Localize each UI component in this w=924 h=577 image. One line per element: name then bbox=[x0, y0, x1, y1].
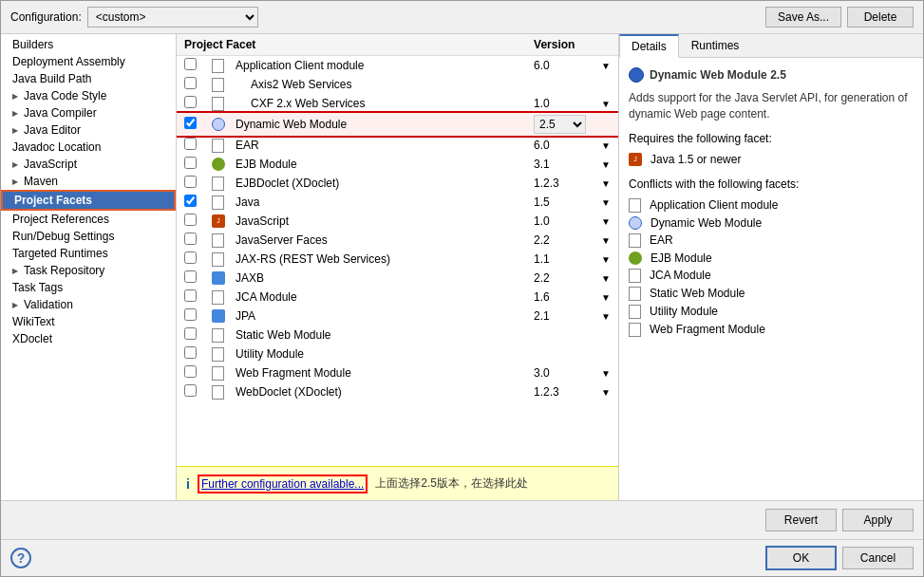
config-select[interactable]: <custom> bbox=[87, 7, 258, 28]
sidebar-item-run/debug-settings[interactable]: Run/Debug Settings bbox=[1, 228, 176, 245]
version-dropdown-button[interactable]: ▼ bbox=[601, 140, 611, 151]
page-icon bbox=[629, 198, 641, 213]
conflict-item: Utility Module bbox=[629, 303, 914, 321]
facet-checkbox[interactable] bbox=[184, 384, 197, 397]
detail-title: Dynamic Web Module 2.5 bbox=[629, 67, 914, 83]
sidebar-item-deployment-assembly[interactable]: Deployment Assembly bbox=[1, 53, 176, 70]
facet-checkbox[interactable] bbox=[184, 157, 197, 169]
jpa-icon bbox=[212, 309, 225, 323]
sidebar-item-task-tags[interactable]: Task Tags bbox=[1, 279, 176, 296]
facet-checkbox[interactable] bbox=[184, 346, 197, 359]
version-dropdown-button[interactable]: ▼ bbox=[601, 178, 611, 189]
version-dropdown-button[interactable]: ▼ bbox=[601, 311, 611, 322]
sidebar-item-project-facets[interactable]: Project Facets bbox=[1, 190, 176, 211]
right-content: Dynamic Web Module 2.5 Adds support for … bbox=[619, 58, 923, 500]
sidebar-item-javascript[interactable]: JavaScript bbox=[1, 156, 176, 173]
col-version: Version bbox=[526, 34, 594, 56]
page-icon bbox=[212, 59, 224, 73]
facet-checkbox[interactable] bbox=[184, 327, 197, 340]
sidebar-item-java-compiler[interactable]: Java Compiler bbox=[1, 104, 176, 121]
version-text: 3.0 bbox=[534, 366, 550, 380]
version-text: 6.0 bbox=[534, 139, 550, 152]
delete-button[interactable]: Delete bbox=[847, 7, 914, 28]
sidebar-item-xdoclet[interactable]: XDoclet bbox=[1, 330, 176, 347]
facet-checkbox[interactable] bbox=[184, 289, 197, 302]
facet-checkbox[interactable] bbox=[184, 308, 197, 321]
help-button[interactable]: ? bbox=[10, 548, 31, 568]
facet-checkbox[interactable] bbox=[184, 214, 197, 226]
sidebar-item-java-editor[interactable]: Java Editor bbox=[1, 121, 176, 139]
tab-runtimes[interactable]: Runtimes bbox=[679, 34, 752, 57]
version-dropdown-button[interactable]: ▼ bbox=[601, 159, 611, 170]
page-icon bbox=[629, 323, 641, 337]
facet-checkbox[interactable] bbox=[184, 96, 197, 108]
sidebar-item-java-code-style[interactable]: Java Code Style bbox=[1, 87, 176, 104]
sidebar-item-javadoc-location[interactable]: Javadoc Location bbox=[1, 139, 176, 156]
apply-button[interactable]: Apply bbox=[842, 509, 914, 531]
facet-checkbox[interactable] bbox=[184, 251, 197, 264]
page-icon bbox=[212, 139, 224, 153]
sidebar-item-java-build-path[interactable]: Java Build Path bbox=[1, 70, 176, 87]
spring-icon bbox=[212, 158, 225, 171]
version-dropdown-button[interactable]: ▼ bbox=[601, 254, 611, 265]
page-icon bbox=[212, 97, 224, 111]
revert-button[interactable]: Revert bbox=[765, 509, 837, 531]
facet-label: JPA bbox=[236, 309, 255, 323]
facet-checkbox[interactable] bbox=[184, 117, 197, 129]
sidebar-item-maven[interactable]: Maven bbox=[1, 173, 176, 190]
detail-icon bbox=[629, 67, 644, 83]
detail-description: Adds support for the Java Servlet API, f… bbox=[629, 90, 914, 122]
version-dropdown-button[interactable]: ▼ bbox=[601, 235, 611, 246]
version-dropdown-button[interactable]: ▼ bbox=[601, 99, 611, 109]
java-icon: J bbox=[212, 214, 225, 228]
table-row: Application Client module6.0▼ bbox=[177, 56, 618, 76]
version-dropdown-button[interactable]: ▼ bbox=[601, 387, 611, 398]
sidebar-item-targeted-runtimes[interactable]: Targeted Runtimes bbox=[1, 245, 176, 262]
info-message: 上面选择2.5版本，在选择此处 bbox=[375, 475, 528, 492]
version-select[interactable]: 2.5 bbox=[534, 115, 586, 134]
info-icon: i bbox=[186, 476, 190, 492]
table-row: Web Fragment Module3.0▼ bbox=[177, 363, 618, 382]
facets-table: Project Facet Version Application Client… bbox=[177, 34, 618, 466]
ok-button[interactable]: OK bbox=[765, 546, 837, 570]
tab-details[interactable]: Details bbox=[619, 34, 679, 58]
save-as-button[interactable]: Save As... bbox=[765, 7, 841, 28]
facet-label: JAX-RS (REST Web Services) bbox=[236, 252, 390, 266]
further-config-link[interactable]: Further configuration available... bbox=[198, 475, 368, 493]
version-dropdown-button[interactable]: ▼ bbox=[601, 368, 611, 379]
conflict-item-label: EAR bbox=[650, 233, 673, 247]
version-dropdown-button[interactable]: ▼ bbox=[601, 61, 611, 71]
main-area: BuildersDeployment AssemblyJava Build Pa… bbox=[1, 34, 923, 500]
facet-checkbox[interactable] bbox=[184, 77, 197, 89]
sidebar-item-task-repository[interactable]: Task Repository bbox=[1, 262, 176, 279]
facet-label: Axis2 Web Services bbox=[251, 78, 351, 91]
version-dropdown-button[interactable]: ▼ bbox=[601, 273, 611, 284]
conflict-item-label: JCA Module bbox=[650, 269, 711, 282]
sidebar-item-builders[interactable]: Builders bbox=[1, 36, 176, 53]
sidebar-item-validation[interactable]: Validation bbox=[1, 296, 176, 313]
facet-checkbox[interactable] bbox=[184, 270, 197, 283]
sidebar-item-project-references[interactable]: Project References bbox=[1, 211, 176, 228]
facet-checkbox[interactable] bbox=[184, 365, 197, 378]
facet-label: CXF 2.x Web Services bbox=[251, 97, 365, 110]
version-text: 2.2 bbox=[534, 271, 550, 285]
version-dropdown-button[interactable]: ▼ bbox=[601, 197, 611, 208]
facet-checkbox[interactable] bbox=[184, 195, 197, 207]
page-icon bbox=[212, 78, 224, 92]
spring-icon bbox=[629, 251, 642, 265]
table-row: Axis2 Web Services bbox=[177, 75, 618, 94]
facet-checkbox[interactable] bbox=[184, 233, 197, 245]
version-dropdown-button[interactable]: ▼ bbox=[601, 216, 611, 227]
facet-label: Static Web Module bbox=[236, 328, 331, 342]
version-dropdown-button[interactable]: ▼ bbox=[601, 292, 611, 303]
facet-checkbox[interactable] bbox=[184, 176, 197, 188]
cancel-button[interactable]: Cancel bbox=[842, 547, 914, 569]
page-icon bbox=[212, 347, 224, 362]
facet-checkbox[interactable] bbox=[184, 138, 197, 150]
col-project-facet: Project Facet bbox=[177, 34, 526, 56]
facet-checkbox[interactable] bbox=[184, 58, 197, 70]
sidebar-item-wikitext[interactable]: WikiText bbox=[1, 313, 176, 330]
conflicts-title: Conflicts with the following facets: bbox=[629, 177, 914, 191]
page-icon bbox=[629, 233, 641, 248]
table-row: Static Web Module bbox=[177, 326, 618, 344]
